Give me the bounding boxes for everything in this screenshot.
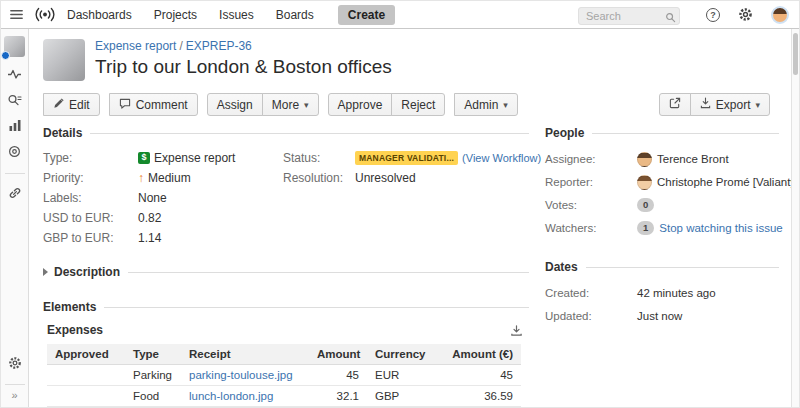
cell-type: Hotel [125, 407, 181, 408]
elements-section-header: Elements [43, 300, 529, 314]
nav-issues[interactable]: Issues [219, 8, 254, 22]
breadcrumb: Expense report/EXPREP-36 [95, 39, 392, 53]
priority-medium-icon: ↑ [138, 171, 144, 185]
collapsed-chevron-icon [43, 268, 48, 276]
cell-receipt: lunch-london.jpg [181, 386, 309, 407]
components-icon[interactable] [7, 144, 22, 159]
rail-divider [5, 173, 25, 174]
reject-button-label: Reject [401, 98, 435, 112]
dates-heading: Dates [545, 260, 578, 274]
approve-button[interactable]: Approve [328, 93, 393, 116]
assign-button[interactable]: Assign [207, 93, 263, 116]
updated-value: Just now [637, 310, 682, 322]
issue-toolbar: Edit Comment Assign More▾ Approve Reject… [43, 93, 779, 116]
project-avatar[interactable] [4, 36, 25, 57]
breadcrumb-issue-key-link[interactable]: EXPREP-36 [186, 39, 252, 53]
nav-dashboards[interactable]: Dashboards [67, 8, 132, 22]
jira-logo-icon[interactable] [33, 7, 57, 22]
col-type: Type [125, 344, 181, 365]
cell-receipt: parking-toulouse.jpg [181, 365, 309, 386]
receipt-link[interactable]: lunch-london.jpg [189, 390, 273, 402]
table-row: Food lunch-london.jpg 32.1 GBP 36.59 [47, 386, 521, 407]
more-button-label: More [272, 98, 299, 112]
details-fields: Type: $Expense report Priority: ↑Medium … [43, 150, 529, 250]
description-section-header[interactable]: Description [43, 265, 529, 279]
admin-button-label: Admin [464, 98, 498, 112]
nav-projects[interactable]: Projects [154, 8, 197, 22]
breadcrumb-project-link[interactable]: Expense report [95, 39, 176, 53]
receipt-link[interactable]: parking-toulouse.jpg [189, 369, 293, 381]
comment-bubble-icon [119, 98, 131, 112]
edit-button[interactable]: Edit [43, 93, 100, 116]
description-heading: Description [54, 265, 120, 279]
rail-settings-gear-icon[interactable] [8, 356, 22, 370]
priority-value: Medium [148, 171, 191, 185]
col-receipt: Receipt [181, 344, 309, 365]
expense-type-icon: $ [138, 152, 150, 164]
issue-main: Expense report/EXPREP-36 Trip to our Lon… [29, 29, 791, 407]
col-currency: Currency [367, 344, 433, 365]
table-row: Parking parking-toulouse.jpg 45 EUR 45 [47, 365, 521, 386]
cell-approved [47, 365, 125, 386]
page-title: Trip to our London & Boston offices [95, 56, 392, 78]
create-button[interactable]: Create [338, 5, 395, 25]
resolution-label: Resolution: [283, 171, 355, 185]
more-button[interactable]: More▾ [262, 93, 319, 116]
priority-label: Priority: [43, 171, 138, 185]
reports-chart-icon[interactable] [8, 119, 22, 132]
expand-sidebar-icon[interactable]: » [11, 389, 17, 401]
chevron-down-icon: ▾ [304, 100, 309, 110]
link-icon[interactable] [8, 186, 22, 200]
cell-amount: 45 [309, 365, 367, 386]
assignee-avatar [637, 152, 652, 167]
nav-boards[interactable]: Boards [276, 8, 314, 22]
cell-currency: EUR [367, 365, 433, 386]
view-workflow-link[interactable]: (View Workflow) [462, 152, 541, 164]
chevron-down-icon: ▾ [755, 100, 760, 110]
hamburger-menu-icon[interactable] [1, 7, 31, 22]
assignee-value: Terence Bront [657, 153, 729, 165]
table-header-row: Approved Type Receipt Amount Currency Am… [47, 344, 521, 365]
assignee-label: Assignee: [545, 153, 637, 165]
search-icon [665, 9, 676, 27]
expenses-panel: Expenses Approved Type Receipt A [43, 323, 529, 407]
reporter-value: Christophe Promé [Valiantys] [657, 176, 791, 188]
scrollbar-thumb[interactable] [793, 33, 798, 75]
share-icon [669, 97, 681, 112]
breadcrumb-separator: / [179, 39, 182, 53]
people-heading: People [545, 126, 584, 140]
details-heading: Details [43, 126, 82, 140]
cell-receipt: hotel-boston.JPG [181, 407, 309, 408]
expenses-table: Approved Type Receipt Amount Currency Am… [47, 344, 521, 407]
cell-type: Food [125, 386, 181, 407]
vertical-scrollbar[interactable] [791, 29, 799, 407]
created-value: 42 minutes ago [637, 287, 716, 299]
export-table-icon[interactable] [510, 324, 523, 337]
type-value: Expense report [154, 151, 235, 165]
share-button[interactable] [659, 93, 691, 116]
usd-to-eur-label: USD to EUR: [43, 211, 138, 225]
cell-amount: 185 [309, 407, 367, 408]
user-avatar[interactable] [771, 6, 789, 24]
col-amount: Amount [309, 344, 367, 365]
edit-button-label: Edit [69, 98, 90, 112]
activity-pulse-icon[interactable] [7, 67, 22, 81]
dates-section-header: Dates [545, 260, 779, 274]
watchers-count-badge[interactable]: 1 [637, 221, 654, 234]
export-download-icon [700, 97, 711, 112]
search-issues-icon[interactable] [7, 93, 22, 107]
help-icon[interactable]: ? [706, 8, 720, 22]
updated-label: Updated: [545, 310, 637, 322]
issue-header: Expense report/EXPREP-36 Trip to our Lon… [43, 39, 779, 81]
votes-count-badge[interactable]: 0 [637, 198, 654, 211]
labels-label: Labels: [43, 191, 138, 205]
reject-button[interactable]: Reject [391, 93, 445, 116]
admin-button[interactable]: Admin▾ [454, 93, 518, 116]
resolution-value: Unresolved [355, 171, 416, 185]
export-button[interactable]: Export ▾ [690, 93, 770, 116]
export-button-label: Export [716, 98, 751, 112]
stop-watching-link[interactable]: Stop watching this issue [659, 222, 782, 234]
settings-gear-icon[interactable] [738, 7, 753, 22]
comment-button[interactable]: Comment [109, 93, 198, 116]
type-label: Type: [43, 151, 138, 165]
